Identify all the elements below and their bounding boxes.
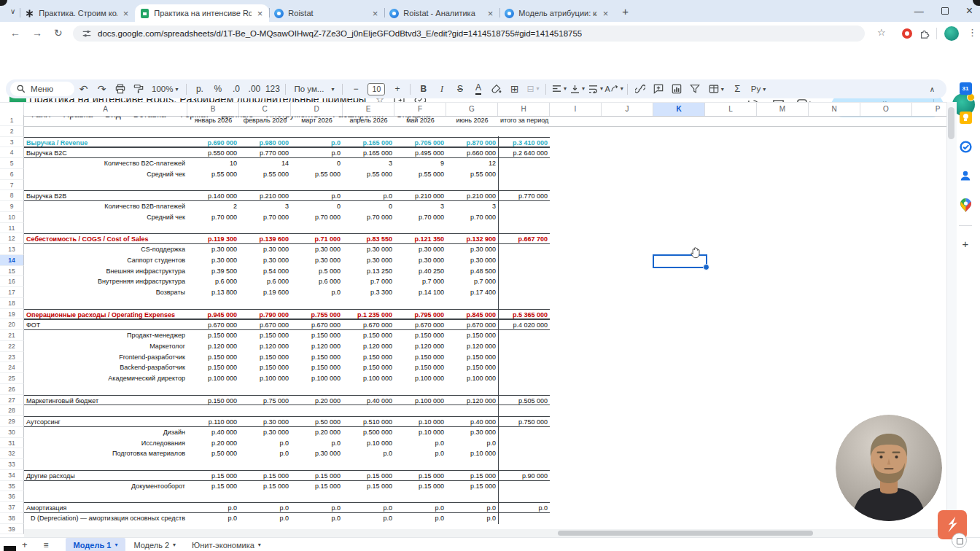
total-cell[interactable] [498, 352, 550, 363]
value-cell[interactable]: р.30 000 [239, 417, 291, 426]
browser-menu-icon[interactable]: ⋮ [968, 27, 977, 38]
value-cell[interactable]: р.30 000 [343, 244, 394, 255]
row-label-cell[interactable]: Амортизация [24, 503, 187, 512]
value-cell[interactable]: р.140 000 [187, 191, 239, 200]
contacts-panel-icon[interactable] [958, 168, 973, 183]
row-label-cell[interactable]: Аутсорсинг [24, 417, 187, 426]
value-cell[interactable]: р.70 000 [343, 212, 394, 223]
row-label-cell[interactable]: Маркетинговый бюджет [24, 396, 187, 405]
total-cell[interactable] [498, 201, 550, 212]
row-label-cell[interactable] [24, 405, 187, 416]
value-cell[interactable]: р.54 000 [239, 266, 291, 277]
sheet-tab-Модель 1[interactable]: Модель 1▾ [66, 538, 126, 551]
total-cell[interactable] [498, 373, 550, 384]
row-header-22[interactable]: 22 [0, 341, 24, 352]
value-cell[interactable]: р.0 [343, 448, 394, 459]
value-cell[interactable]: р.150 000 [239, 362, 291, 373]
value-cell[interactable]: р.0 [239, 513, 291, 524]
value-cell[interactable]: р.670 000 [446, 320, 498, 329]
value-cell[interactable]: р.210 000 [446, 191, 498, 200]
month-cell[interactable]: май 2026 [394, 115, 446, 126]
total-cell[interactable]: р.4 020 000 [498, 320, 550, 329]
row-label-cell[interactable]: Средний чек [24, 212, 187, 223]
value-cell[interactable]: р.150 000 [343, 352, 394, 363]
row-label-cell[interactable]: Продакт-менеджер [24, 330, 187, 341]
extension-red-icon[interactable] [902, 28, 912, 39]
value-cell[interactable]: р.0 [446, 503, 498, 512]
row-label-cell[interactable]: Дизайн [24, 427, 187, 438]
row-header-26[interactable]: 26 [0, 384, 24, 395]
value-cell[interactable]: р.500 000 [343, 427, 394, 438]
row-header-39[interactable]: 39 [0, 524, 24, 535]
value-cell[interactable]: 12 [446, 158, 498, 169]
value-cell[interactable]: р.980 000 [239, 138, 291, 147]
value-cell[interactable]: 2 [187, 201, 239, 212]
browser-profile-avatar[interactable] [944, 26, 959, 41]
total-cell[interactable] [498, 287, 550, 298]
row-header-35[interactable]: 35 [0, 481, 24, 492]
insert-comment-icon[interactable] [650, 79, 668, 98]
row-header-17[interactable]: 17 [0, 287, 24, 298]
value-cell[interactable]: р.0 [239, 503, 291, 512]
total-cell[interactable] [498, 481, 550, 492]
column-header-O[interactable]: O [860, 103, 912, 116]
value-cell[interactable]: р.75 000 [239, 396, 291, 405]
value-cell[interactable]: р.150 000 [446, 330, 498, 341]
value-cell[interactable]: р.30 000 [187, 255, 239, 266]
total-cell[interactable] [498, 255, 550, 266]
column-header-H[interactable]: H [498, 103, 550, 116]
value-cell[interactable]: р.150 000 [239, 352, 291, 363]
column-header-M[interactable]: M [757, 103, 809, 116]
row-label-cell[interactable]: Исследования [24, 438, 187, 449]
row-header-24[interactable]: 24 [0, 362, 24, 373]
value-cell[interactable]: р.15 000 [394, 471, 446, 480]
value-cell[interactable]: р.30 000 [187, 244, 239, 255]
month-cell[interactable]: январь 2026 [187, 115, 239, 126]
column-header-L[interactable]: L [705, 103, 757, 116]
column-header-C[interactable]: C [239, 103, 291, 116]
value-cell[interactable]: р.15 000 [187, 481, 239, 492]
value-cell[interactable]: р.690 000 [187, 138, 239, 147]
row-label-cell[interactable] [24, 491, 187, 502]
format-percent-button[interactable]: % [209, 79, 227, 98]
value-cell[interactable]: р.39 500 [187, 266, 239, 277]
fill-handle[interactable] [703, 264, 709, 270]
total-cell[interactable] [498, 266, 550, 277]
value-cell[interactable]: р.0 [394, 503, 446, 512]
row-header-32[interactable]: 32 [0, 448, 24, 459]
row-label-cell[interactable]: Подготовка материалов [24, 448, 187, 459]
total-cell[interactable]: р.505 000 [498, 396, 550, 405]
total-cell[interactable] [498, 427, 550, 438]
value-cell[interactable]: р.100 000 [394, 373, 446, 384]
row-label-cell[interactable] [24, 459, 187, 470]
value-cell[interactable]: р.10 000 [394, 427, 446, 438]
row-label-cell[interactable]: Внешняя инфраструктура [24, 266, 187, 277]
row-label-cell[interactable]: Backend-разработчик [24, 362, 187, 373]
row-header-31[interactable]: 31 [0, 438, 24, 449]
value-cell[interactable]: р.210 000 [394, 191, 446, 200]
value-cell[interactable]: р.150 000 [446, 352, 498, 363]
row-header-33[interactable]: 33 [0, 459, 24, 470]
column-header-J[interactable]: J [602, 103, 653, 116]
value-cell[interactable]: р.30 000 [291, 255, 343, 266]
value-cell[interactable]: р.55 000 [343, 169, 394, 180]
window-maximize-button[interactable] [941, 6, 949, 17]
total-cell[interactable] [498, 276, 550, 287]
value-cell[interactable]: р.150 000 [291, 330, 343, 341]
total-cell[interactable]: р.750 000 [498, 417, 550, 426]
value-cell[interactable]: р.0 [446, 438, 498, 449]
value-cell[interactable]: р.755 000 [291, 310, 343, 319]
row-label-cell[interactable]: Академический директор [24, 373, 187, 384]
value-cell[interactable]: р.670 000 [239, 320, 291, 329]
value-cell[interactable]: р.132 900 [446, 234, 498, 243]
value-cell[interactable]: р.0 [291, 438, 343, 449]
value-cell[interactable]: р.30 000 [239, 244, 291, 255]
value-cell[interactable]: р.1 235 000 [343, 310, 394, 319]
close-tab-icon[interactable]: × [486, 8, 495, 19]
value-cell[interactable]: р.165 000 [343, 138, 394, 147]
row-header-11[interactable]: 11 [0, 223, 24, 234]
value-cell[interactable]: р.30 000 [446, 244, 498, 255]
horizontal-scrollbar-thumb[interactable] [558, 531, 813, 536]
value-cell[interactable]: р.0 [239, 448, 291, 459]
italic-button[interactable]: I [432, 79, 451, 98]
